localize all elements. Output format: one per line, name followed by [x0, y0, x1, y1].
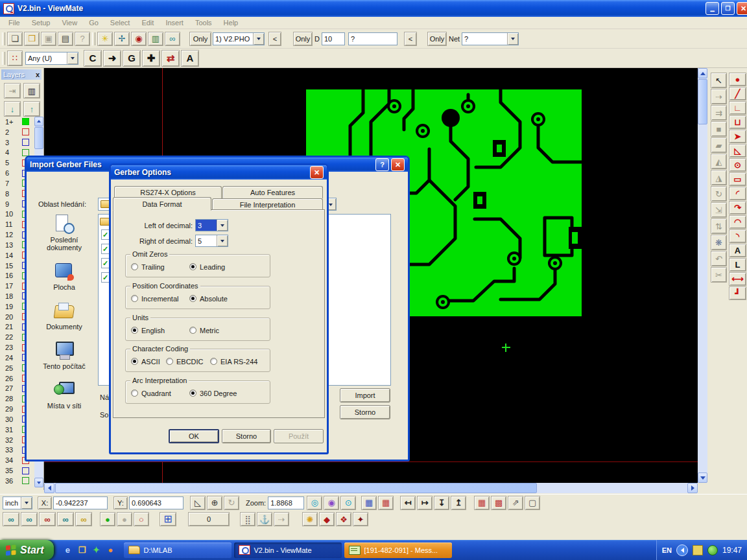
- draw-target-tool[interactable]: ⊙: [729, 158, 746, 172]
- close-button[interactable]: ✕: [391, 158, 405, 171]
- jump-ref-icon[interactable]: ⇢: [274, 512, 289, 526]
- tray-messenger-icon[interactable]: [707, 545, 718, 555]
- layer-film-button[interactable]: ▥: [23, 83, 40, 99]
- view-outline-icon[interactable]: ∞: [57, 512, 74, 526]
- language-indicator[interactable]: EN: [662, 546, 672, 554]
- zoom-window-icon[interactable]: ⊙: [340, 496, 356, 510]
- draw-outline-tool[interactable]: ⊔: [729, 115, 746, 129]
- ok-button[interactable]: OK: [169, 429, 219, 443]
- radio-leading[interactable]: Leading: [189, 262, 225, 271]
- close-icon[interactable]: x: [36, 71, 40, 78]
- import-button[interactable]: Import: [340, 388, 390, 402]
- help-button[interactable]: ?: [375, 158, 389, 171]
- pan-up-icon[interactable]: ↥: [451, 496, 466, 510]
- tray-collapse-chevron[interactable]: [676, 544, 688, 556]
- scroll-right-button[interactable]: [687, 483, 698, 493]
- draw-line-tool[interactable]: ╱: [729, 87, 746, 100]
- net-prev-button[interactable]: <: [404, 32, 417, 46]
- canvas-vscrollbar[interactable]: [698, 68, 707, 483]
- draw-arc-tool[interactable]: ◜: [729, 187, 746, 200]
- place-network[interactable]: Místa v síti: [34, 380, 94, 410]
- vscroll-thumb[interactable]: [698, 79, 707, 124]
- scroll-up-button[interactable]: [34, 117, 43, 126]
- left-of-decimal-combo[interactable]: 3: [195, 219, 228, 231]
- chevron-down-icon[interactable]: [21, 497, 32, 509]
- close-button[interactable]: ✕: [737, 2, 747, 15]
- menu-item[interactable]: Tools: [189, 19, 218, 27]
- draw-corner-tool[interactable]: ∟: [729, 101, 746, 115]
- layer-prev-button[interactable]: <: [268, 32, 281, 46]
- move-element-tool[interactable]: ⇉: [711, 105, 727, 121]
- radio-english[interactable]: English: [131, 326, 165, 334]
- dcode-text-tool[interactable]: A: [181, 50, 199, 67]
- radio-quadrant[interactable]: Quadrant: [131, 389, 171, 397]
- stretch-move-icon[interactable]: ⇗: [508, 496, 523, 510]
- scatter-tool[interactable]: ⇲: [711, 202, 727, 218]
- firefox-icon[interactable]: ●: [104, 544, 116, 556]
- select-area-icon[interactable]: ▢: [525, 496, 540, 510]
- reader-icon[interactable]: ✦: [90, 544, 102, 556]
- layer-row[interactable]: 36: [1, 476, 34, 486]
- layer-row[interactable]: 1+: [1, 117, 34, 127]
- layer-down-button[interactable]: ↓: [4, 101, 21, 117]
- view-lines-icon[interactable]: ∞: [21, 512, 38, 526]
- zoom-point-icon[interactable]: ◎: [307, 496, 322, 510]
- place-recent[interactable]: Poslední dokumenty: [34, 215, 94, 251]
- view-solid-icon[interactable]: ∞: [39, 512, 56, 526]
- zoom-input[interactable]: 1.8868: [268, 496, 304, 509]
- draw-dimension-tool[interactable]: ⟷: [729, 272, 746, 286]
- toolbar-grip[interactable]: [2, 32, 5, 45]
- select-dcode-button[interactable]: ∷: [7, 51, 23, 66]
- fill-rect-tool[interactable]: ▰: [711, 137, 727, 153]
- canvas-hscrollbar[interactable]: [44, 483, 698, 493]
- pan-spiral-icon[interactable]: ↻: [224, 496, 239, 510]
- chevron-down-icon[interactable]: [253, 33, 264, 45]
- layer-on-bulb-icon[interactable]: ●: [100, 512, 115, 526]
- layers-scroll-thumb[interactable]: [34, 127, 43, 149]
- task-viewmate[interactable]: V2.bin - ViewMate: [234, 542, 342, 558]
- layer-up-button[interactable]: ↑: [23, 101, 40, 117]
- draw-arc2-tool[interactable]: ◠: [729, 215, 746, 229]
- origin-target-icon[interactable]: ⊕: [207, 496, 222, 510]
- draw-mode-icon[interactable]: ◆: [319, 512, 335, 526]
- new-file-icon[interactable]: ❏: [7, 32, 23, 46]
- layer-outline-bulb-icon[interactable]: ○: [134, 512, 149, 526]
- dcode-query-input[interactable]: ?: [348, 32, 397, 45]
- redraw-icon[interactable]: ✳: [97, 32, 113, 46]
- tab-file-interpretation[interactable]: File Interpretation: [212, 198, 323, 210]
- folder-qlaunch-icon[interactable]: ❒: [76, 544, 88, 556]
- place-computer[interactable]: Tento počítač: [34, 341, 94, 370]
- net-combo[interactable]: ?: [462, 32, 519, 45]
- dcode-input[interactable]: 10: [322, 32, 345, 45]
- select-tool[interactable]: ↖: [711, 73, 727, 88]
- start-button[interactable]: Start: [0, 540, 54, 560]
- menu-item[interactable]: Edit: [136, 19, 160, 27]
- x-coordinate-input[interactable]: -0.942237: [53, 496, 108, 509]
- y-coordinate-input[interactable]: 0.690643: [129, 496, 184, 509]
- draw-label-tool[interactable]: L: [729, 258, 746, 272]
- toggle-grid-icon[interactable]: ▦: [361, 496, 377, 510]
- measure-icon[interactable]: ✢: [114, 32, 130, 46]
- draw-arrow-tool[interactable]: ➤: [729, 130, 746, 143]
- zoom-grid-icon[interactable]: ◉: [324, 496, 339, 510]
- dcode-g-tool[interactable]: G: [123, 50, 141, 67]
- flash-mode-icon[interactable]: ✺: [302, 512, 318, 526]
- grid-block-icon[interactable]: ▦: [474, 496, 490, 510]
- window-split-button[interactable]: ⊞: [160, 512, 176, 526]
- radio-ascii[interactable]: ASCII: [131, 357, 160, 366]
- scroll-down-button[interactable]: [698, 472, 707, 483]
- chevron-down-icon[interactable]: [507, 33, 518, 45]
- print-icon[interactable]: ▤: [58, 32, 73, 46]
- move-vertex-tool[interactable]: ⇢: [711, 89, 727, 104]
- draw-rect-tool[interactable]: ▭: [729, 172, 746, 186]
- dcode-swap-tool[interactable]: ⇄: [161, 50, 180, 67]
- menu-item[interactable]: Help: [218, 19, 244, 27]
- layer-dim-bulb-icon[interactable]: ●: [117, 512, 132, 526]
- pad-mode-icon[interactable]: ❖: [336, 512, 351, 526]
- tray-notes-icon[interactable]: [693, 545, 703, 555]
- draw-text-tool[interactable]: A: [729, 244, 746, 257]
- draw-curve-tool[interactable]: ↷: [729, 201, 746, 215]
- layer-row[interactable]: 35: [1, 465, 34, 476]
- minimize-button[interactable]: ▁: [706, 2, 719, 15]
- settings-gear-tool[interactable]: ❋: [711, 235, 727, 250]
